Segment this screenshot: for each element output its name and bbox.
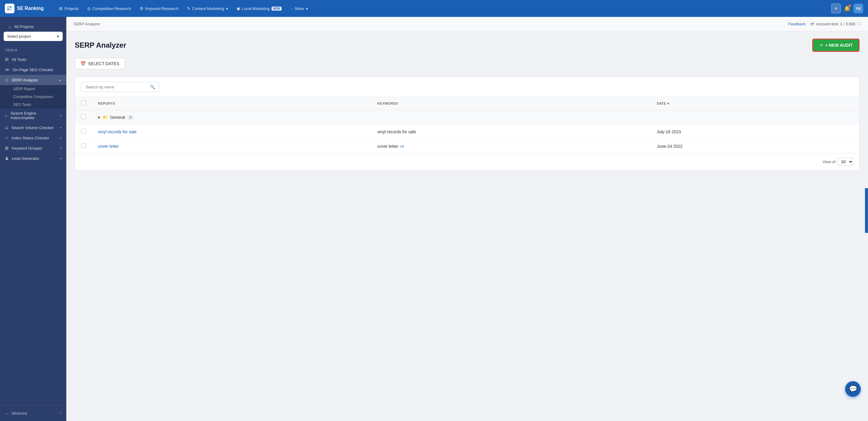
sidebar-item-search-volume[interactable]: ⊔ Search Volume Checker ▾ <box>0 122 66 133</box>
table-row-folder: ▾ 📁 General 2 <box>75 110 859 125</box>
autocomplete-icon: ○ <box>5 113 7 118</box>
row2-date-cell: June-24 2022 <box>651 139 859 153</box>
content-chevron-icon: ▾ <box>226 6 228 11</box>
folder-date-cell <box>651 110 859 125</box>
svg-rect-4 <box>7 6 9 8</box>
main-content: SERP Analyzer Feedback ⟳ Account limit 1… <box>66 17 868 421</box>
table-section: 🔍 REPORTS KEYWORDS <box>75 77 860 171</box>
sidebar-item-all-tools[interactable]: ⊞ All Tools <box>0 54 66 64</box>
folder-checkbox[interactable] <box>81 114 86 119</box>
index-chevron-icon: ▾ <box>60 136 61 140</box>
breadcrumb: SERP Analyzer <box>73 22 100 26</box>
content-icon: ✎ <box>187 6 190 11</box>
minimize-icon: ← <box>5 411 9 416</box>
logo-icon <box>5 4 14 13</box>
sidebar-all-projects[interactable]: ⌂ All Projects <box>4 22 63 32</box>
search-box[interactable]: 🔍 <box>81 82 159 92</box>
row2-keywords-cell: cover letter +4 <box>371 139 651 153</box>
keyword-icon: ⚙ <box>140 6 144 11</box>
folder-count: 2 <box>127 115 133 120</box>
limit-icon: ⟳ <box>810 22 814 27</box>
nav-local-marketing[interactable]: ◉ Local Marketing NEW <box>233 4 285 13</box>
search-input[interactable] <box>86 85 147 89</box>
chat-icon: 💬 <box>849 385 857 393</box>
project-select-chevron: ▾ <box>57 34 59 39</box>
help-icon[interactable]: ? <box>59 411 61 416</box>
tools-label: TOOLS <box>0 43 66 54</box>
all-tools-icon: ⊞ <box>5 57 9 62</box>
th-date[interactable]: DATE ▾ <box>651 97 859 110</box>
local-badge: NEW <box>272 7 281 10</box>
svg-rect-6 <box>7 8 9 10</box>
sidebar-item-keyword-grouper[interactable]: ⊠ Keyword Grouper ▾ <box>0 143 66 153</box>
row1-report-link[interactable]: vinyl records for sale <box>98 129 136 134</box>
sidebar-item-seo-tasks[interactable]: SEO Tasks <box>0 101 66 109</box>
app-layout: ⌂ All Projects Select project ▾ TOOLS ⊞ … <box>0 17 868 421</box>
nav-projects[interactable]: ⊞ Projects <box>56 4 82 13</box>
logo-text: SE Ranking <box>17 6 44 11</box>
row2-keywords-extra: +4 <box>399 144 404 149</box>
nav-keyword-research[interactable]: ⚙ Keyword Research <box>136 4 182 13</box>
search-icon: 🔍 <box>150 85 155 89</box>
per-page-select[interactable]: 10 25 50 <box>837 158 853 166</box>
select-all-checkbox[interactable] <box>81 101 86 106</box>
table-row: vinyl records for sale vinyl records for… <box>75 125 859 139</box>
sidebar-project-section: ⌂ All Projects Select project ▾ <box>0 17 66 43</box>
nav-more[interactable]: ··· More ▾ <box>286 4 311 13</box>
volume-icon: ⊔ <box>5 125 8 130</box>
local-icon: ◉ <box>237 6 240 11</box>
svg-rect-5 <box>10 6 11 8</box>
grouper-icon: ⊠ <box>5 145 9 151</box>
row2-report-link[interactable]: cover letter <box>98 144 119 149</box>
info-icon[interactable]: ⓘ <box>857 22 861 27</box>
sidebar-item-search-autocomplete[interactable]: ○ Search Engine Autocomplete ▾ <box>0 109 66 122</box>
more-chevron-icon: ▾ <box>306 6 308 11</box>
sidebar-bottom: ← Minimize ? <box>0 405 66 421</box>
row1-date-cell: July-18 2023 <box>651 125 859 139</box>
view-label: View of <box>823 159 835 164</box>
sidebar-item-serp-report[interactable]: SERP Report <box>0 85 66 93</box>
nav-items: ⊞ Projects ◎ Competitive Research ⚙ Keyw… <box>56 4 829 13</box>
serp-chevron-icon: ▲ <box>59 79 61 82</box>
table-row: cover letter cover letter +4 June-24 202… <box>75 139 859 153</box>
add-button[interactable]: + <box>831 4 841 13</box>
page-content: SERP Analyzer ＋ + NEW AUDIT 📅 SELECT DAT… <box>66 31 868 421</box>
sidebar-item-index-status[interactable]: ☆ Index Status Checker ▾ <box>0 133 66 143</box>
new-audit-button[interactable]: ＋ + NEW AUDIT <box>812 39 860 52</box>
plus-icon: ＋ <box>819 42 824 48</box>
page-title: SERP Analyzer <box>75 41 126 50</box>
date-sort-icon: ▾ <box>667 102 670 106</box>
row2-checkbox[interactable] <box>81 143 86 148</box>
table-header: REPORTS KEYWORDS DATE ▾ <box>75 97 859 110</box>
table-body: ▾ 📁 General 2 <box>75 110 859 153</box>
sidebar-item-on-page-seo[interactable]: ≫ On-Page SEO Checker <box>0 64 66 75</box>
chevron-down-icon[interactable]: ▾ <box>98 115 100 120</box>
account-limit: ⟳ Account limit 1 / 3,500 ⓘ <box>810 22 861 27</box>
leave-feedback-tab[interactable]: 💬 Leave feedback <box>865 188 868 233</box>
row1-checkbox-cell <box>75 125 92 139</box>
th-reports: REPORTS <box>92 97 371 110</box>
user-avatar[interactable]: YK <box>854 4 863 13</box>
row1-checkbox[interactable] <box>81 129 86 133</box>
feedback-link[interactable]: Feedback <box>788 22 806 26</box>
logo[interactable]: SE Ranking <box>5 4 53 13</box>
folder-keywords-cell <box>371 110 651 125</box>
home-icon: ⌂ <box>8 24 11 29</box>
breadcrumb-right: Feedback ⟳ Account limit 1 / 3,500 ⓘ <box>788 22 861 27</box>
nav-competitive-research[interactable]: ◎ Competitive Research <box>84 4 135 13</box>
chat-button[interactable]: 💬 <box>845 381 861 397</box>
th-checkbox <box>75 97 92 110</box>
notification-bell[interactable]: 🔔 <box>844 5 850 12</box>
sidebar-minimize[interactable]: ← Minimize ? <box>0 409 66 418</box>
sidebar-item-lead-generator[interactable]: ♟ Lead Generator ▾ <box>0 153 66 163</box>
row2-keywords-text: cover letter <box>377 144 399 149</box>
select-dates-button[interactable]: 📅 SELECT DATES <box>75 58 125 69</box>
folder-name-cell: ▾ 📁 General 2 <box>92 110 371 125</box>
serp-icon: ◇ <box>5 77 8 83</box>
folder-checkbox-cell <box>75 110 92 125</box>
top-nav: SE Ranking ⊞ Projects ◎ Competitive Rese… <box>0 0 868 17</box>
sidebar-item-competitive-comparison[interactable]: Competitive Comparison <box>0 93 66 101</box>
project-select-dropdown[interactable]: Select project ▾ <box>4 32 63 41</box>
nav-content-marketing[interactable]: ✎ Content Marketing ▾ <box>183 4 232 13</box>
sidebar-item-serp-analyzer[interactable]: ◇ SERP Analyzer ▲ <box>0 75 66 85</box>
